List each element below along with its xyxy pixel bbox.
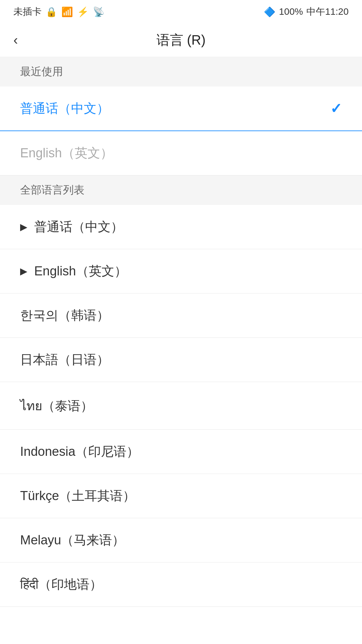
time-text: 中午11:20	[306, 5, 349, 18]
section-header-recent: 最近使用	[0, 57, 362, 87]
recent-mandarin-item[interactable]: 普通话（中文） ✓	[0, 87, 362, 131]
all-mandarin-left: ▶ 普通话（中文）	[20, 218, 123, 235]
all-thai-item[interactable]: ไทย（泰语）	[0, 382, 362, 430]
all-japanese-label: 日本語（日语）	[20, 351, 109, 368]
usb-icon: ⚡	[77, 6, 89, 17]
recent-english-item[interactable]: English（英文）	[0, 131, 362, 175]
back-icon: ‹	[13, 33, 18, 48]
title-bar: ‹ 语言 (R)	[0, 23, 362, 57]
all-thai-label: ไทย（泰语）	[20, 395, 93, 416]
status-right: 🔷 100% 中午11:20	[264, 5, 349, 18]
all-english-label: English（英文）	[34, 263, 127, 280]
sim-icon: 🔒	[46, 6, 57, 17]
all-malay-item[interactable]: Melayu（马来语）	[0, 518, 362, 562]
all-mandarin-label: 普通话（中文）	[34, 218, 123, 235]
all-korean-item[interactable]: 한국의（韩语）	[0, 293, 362, 338]
section-header-all: 全部语言列表	[0, 175, 362, 205]
carrier-text: 未插卡	[13, 5, 42, 18]
all-mandarin-item[interactable]: ▶ 普通话（中文）	[0, 205, 362, 249]
all-english-item[interactable]: ▶ English（英文）	[0, 249, 362, 293]
all-japanese-item[interactable]: 日本語（日语）	[0, 338, 362, 382]
mandarin-arrow-icon: ▶	[20, 221, 27, 232]
all-korean-label: 한국의（韩语）	[20, 307, 109, 324]
all-hindi-label: हिंदी（印地语）	[20, 576, 102, 593]
back-button[interactable]: ‹	[13, 33, 18, 48]
all-turkish-label: Türkçe（土耳其语）	[20, 487, 135, 504]
status-left: 未插卡 🔒 📶 ⚡ 📡	[13, 5, 105, 18]
all-indonesia-item[interactable]: Indonesia（印尼语）	[0, 430, 362, 474]
all-malay-label: Melayu（马来语）	[20, 532, 125, 549]
recent-mandarin-label: 普通话（中文）	[20, 100, 109, 117]
all-languages-header-label: 全部语言列表	[20, 184, 84, 196]
check-icon: ✓	[330, 100, 342, 117]
all-indonesia-label: Indonesia（印尼语）	[20, 443, 139, 460]
battery-text: 100%	[279, 6, 303, 17]
bluetooth-icon: 🔷	[264, 6, 276, 17]
all-turkish-item[interactable]: Türkçe（土耳其语）	[0, 474, 362, 518]
wifi-icon: 📶	[61, 6, 73, 17]
all-english-left: ▶ English（英文）	[20, 263, 127, 280]
page-title: 语言 (R)	[157, 31, 206, 49]
english-arrow-icon: ▶	[20, 266, 27, 277]
recent-english-label: English（英文）	[20, 145, 113, 162]
signal-icon: 📡	[93, 6, 105, 17]
status-bar: 未插卡 🔒 📶 ⚡ 📡 🔷 100% 中午11:20	[0, 0, 362, 23]
all-hindi-item[interactable]: हिंदी（印地语）	[0, 562, 362, 607]
recent-header-label: 最近使用	[20, 65, 63, 77]
